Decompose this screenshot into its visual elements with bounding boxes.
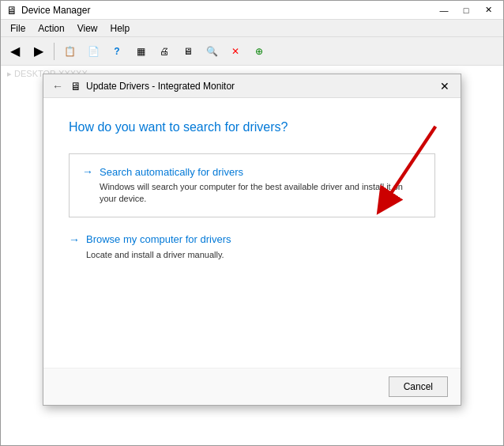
main-window: 🖥 Device Manager — □ ✕ File Action View …: [0, 0, 504, 446]
toolbar-btn-monitor[interactable]: 🖥: [177, 40, 199, 62]
browse-computer-label: Browse my computer for drivers: [86, 233, 231, 245]
browse-computer-option[interactable]: → Browse my computer for drivers Locate …: [69, 230, 435, 264]
title-bar-left: 🖥 Device Manager: [6, 4, 90, 17]
menu-action[interactable]: Action: [32, 21, 70, 36]
dialog-question: How do you want to search for drivers?: [69, 120, 435, 134]
update-drivers-dialog: ← 🖥 Update Drivers - Integrated Monitor …: [43, 74, 461, 406]
window-icon: 🖥: [6, 4, 18, 17]
search-automatically-option[interactable]: → Search automatically for drivers Windo…: [69, 153, 435, 217]
dialog-back-button[interactable]: ←: [50, 78, 66, 94]
maximize-button[interactable]: □: [456, 3, 476, 17]
option2-arrow-icon: →: [69, 233, 80, 246]
dialog-title-left: ← 🖥 Update Drivers - Integrated Monitor: [50, 78, 235, 94]
window-title: Device Manager: [21, 5, 90, 16]
toolbar-btn-drivers[interactable]: 📄: [82, 40, 104, 62]
close-button[interactable]: ✕: [478, 3, 498, 17]
minimize-button[interactable]: —: [434, 3, 454, 17]
search-automatically-desc: Windows will search your computer for th…: [100, 181, 422, 206]
toolbar-btn-search[interactable]: 🔍: [201, 40, 223, 62]
toolbar-btn-update[interactable]: ⊕: [248, 40, 270, 62]
toolbar-separator-1: [54, 43, 55, 60]
toolbar: ◀ ▶ 📋 📄 ? ▦ 🖨 🖥 🔍 ✕ ⊕: [1, 37, 503, 66]
dialog-body: How do you want to search for drivers? →…: [43, 98, 461, 368]
dialog-footer: Cancel: [43, 368, 461, 405]
dialog-title-icon: 🖥: [70, 80, 81, 93]
toolbar-btn-print[interactable]: 🖨: [153, 40, 175, 62]
toolbar-btn-help[interactable]: ?: [106, 40, 128, 62]
menu-help[interactable]: Help: [104, 21, 137, 36]
search-automatically-label: Search automatically for drivers: [100, 166, 243, 178]
title-bar: 🖥 Device Manager — □ ✕: [1, 1, 503, 20]
dialog-close-button[interactable]: ✕: [435, 77, 454, 95]
menu-view[interactable]: View: [71, 21, 104, 36]
device-tree: ▸ DESKTOP-XXXXX ← 🖥 Update Drivers - Int…: [1, 66, 503, 445]
search-automatically-link[interactable]: → Search automatically for drivers: [82, 165, 422, 178]
menu-file[interactable]: File: [4, 21, 32, 36]
toolbar-forward-btn[interactable]: ▶: [28, 40, 50, 62]
toolbar-btn-properties[interactable]: 📋: [58, 40, 81, 62]
cancel-button[interactable]: Cancel: [389, 376, 448, 397]
dialog-title-text: Update Drivers - Integrated Monitor: [86, 81, 235, 92]
toolbar-btn-grid[interactable]: ▦: [130, 40, 152, 62]
modal-overlay: ← 🖥 Update Drivers - Integrated Monitor …: [1, 66, 503, 445]
option1-arrow-icon: →: [82, 165, 93, 178]
dialog-title-bar: ← 🖥 Update Drivers - Integrated Monitor …: [43, 74, 461, 98]
title-bar-controls: — □ ✕: [434, 3, 498, 17]
toolbar-back-btn[interactable]: ◀: [4, 40, 26, 62]
toolbar-btn-remove[interactable]: ✕: [224, 40, 246, 62]
browse-computer-link[interactable]: → Browse my computer for drivers: [69, 233, 435, 246]
browse-computer-desc: Locate and install a driver manually.: [86, 249, 435, 261]
menu-bar: File Action View Help: [1, 20, 503, 37]
